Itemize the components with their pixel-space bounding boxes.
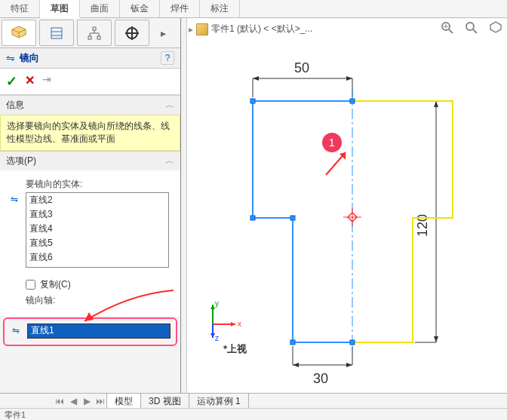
sketch-origin-icon [343, 208, 361, 226]
axis-highlight: ⇋ [3, 317, 177, 346]
mirror-icon: ⇋ [6, 52, 15, 64]
section-options: 选项(P) ︿ 要镜向的实体: ⇋ 直线2 直线3 直线4 直线5 直线6 复制… [0, 151, 180, 349]
sketch-points [250, 99, 355, 345]
copy-checkbox[interactable] [26, 280, 35, 290]
svg-rect-34 [350, 99, 355, 103]
svg-rect-4 [88, 36, 91, 39]
svg-text:y: y [215, 299, 219, 308]
list-icon [49, 26, 64, 41]
list-item[interactable]: 直线2 [26, 193, 168, 207]
svg-rect-33 [250, 99, 255, 103]
document-tabs: ⏮ ◀ ▶ ⏭ 模型 3D 视图 运动算例 1 [0, 393, 507, 408]
tree-tab-feature[interactable] [2, 20, 36, 46]
status-text: 零件1 [5, 410, 26, 419]
hierarchy-icon [87, 26, 102, 41]
svg-text:30: 30 [313, 371, 328, 386]
svg-marker-16 [253, 76, 259, 81]
copy-label: 复制(C) [40, 278, 71, 291]
dimension-right[interactable]: 120 [415, 101, 438, 342]
help-button[interactable]: ? [161, 51, 174, 65]
axis-input[interactable] [27, 323, 171, 339]
tab-nav-next[interactable]: ▶ [80, 396, 94, 406]
svg-marker-28 [293, 363, 299, 367]
pm-title: 镜向 [20, 51, 39, 65]
list-item[interactable]: 直线5 [26, 236, 168, 250]
property-manager-panel: ▸ ⇋ 镜向 ? ✓ ✕ ⇥ 信息 ︿ 选择要镜向的实体及镜向所绕的线条、线性模… [0, 18, 181, 398]
doc-tab-motion[interactable]: 运动算例 1 [189, 393, 249, 409]
doc-tab-model[interactable]: 模型 [106, 393, 141, 409]
list-item[interactable]: 直线6 [26, 250, 168, 265]
tab-sheetmetal[interactable]: 钣金 [120, 0, 160, 17]
tab-surface[interactable]: 曲面 [80, 0, 120, 17]
annotation-badge: 1 [322, 133, 342, 152]
tab-features[interactable]: 特征 [0, 0, 40, 17]
section-info-header[interactable]: 信息 ︿ [0, 96, 180, 115]
svg-rect-37 [290, 340, 295, 345]
svg-rect-0 [51, 28, 62, 38]
dimension-top[interactable]: 50 [253, 60, 352, 97]
mirror-axis-icon: ⇋ [12, 325, 20, 336]
command-manager-tabs: 特征 草图 曲面 钣金 焊件 标注 [0, 0, 507, 18]
svg-rect-35 [250, 216, 255, 220]
tab-annotation[interactable]: 标注 [200, 0, 240, 17]
cube-icon [9, 24, 29, 42]
doc-tab-3dview[interactable]: 3D 视图 [140, 393, 189, 409]
status-bar: 零件1 [0, 408, 507, 420]
feature-tree-tabs: ▸ [0, 18, 180, 48]
svg-text:z: z [215, 334, 219, 342]
list-item[interactable]: 直线3 [26, 207, 168, 222]
svg-marker-22 [434, 101, 438, 107]
axis-label: 镜向轴: [26, 294, 173, 307]
svg-marker-46 [231, 322, 235, 326]
entities-listbox[interactable]: 直线2 直线3 直线4 直线5 直线6 [26, 192, 169, 268]
svg-text:1: 1 [329, 136, 335, 149]
svg-marker-17 [346, 76, 352, 81]
tree-tab-config[interactable] [77, 20, 112, 46]
chevron-right-icon: ▸ [161, 27, 166, 39]
annotation-arrow [326, 152, 346, 175]
orientation-triad[interactable]: x y z [202, 299, 247, 344]
mirror-entities-icon: ⇋ [11, 194, 18, 204]
svg-marker-23 [434, 336, 438, 342]
list-item[interactable]: 直线4 [26, 222, 168, 236]
pm-ok-button[interactable]: ✓ [6, 73, 17, 90]
tab-nav-first[interactable]: ⏮ [53, 396, 66, 406]
chevron-up-icon: ︿ [165, 155, 174, 167]
tree-tab-more[interactable]: ▸ [152, 20, 174, 46]
tree-tab-dimxpert[interactable] [115, 20, 149, 46]
pm-action-bar: ✓ ✕ ⇥ [0, 69, 180, 95]
section-options-header[interactable]: 选项(P) ︿ [0, 152, 180, 170]
pm-pin-button[interactable]: ⇥ [42, 73, 51, 90]
tab-weldment[interactable]: 焊件 [160, 0, 200, 17]
entities-label: 要镜向的实体: [26, 178, 173, 191]
svg-rect-38 [350, 340, 355, 345]
tab-sketch[interactable]: 草图 [40, 0, 80, 18]
target-icon [124, 26, 140, 41]
section-options-title: 选项(P) [6, 155, 36, 167]
svg-text:x: x [238, 320, 241, 328]
section-info-title: 信息 [6, 99, 24, 112]
svg-rect-3 [93, 27, 96, 30]
dimension-bottom[interactable]: 30 [293, 346, 352, 386]
chevron-up-icon: ︿ [165, 99, 174, 112]
svg-text:50: 50 [294, 60, 309, 75]
info-message: 选择要镜向的实体及镜向所绕的线条、线性模型边线、基准面或平面 [0, 115, 180, 151]
tab-nav-last[interactable]: ⏭ [94, 396, 107, 406]
svg-rect-5 [97, 36, 100, 39]
mirror-preview [352, 101, 453, 342]
tree-tab-property[interactable] [39, 20, 74, 46]
svg-rect-36 [290, 216, 295, 220]
tab-nav-prev[interactable]: ◀ [66, 396, 80, 406]
svg-marker-29 [346, 363, 352, 367]
pm-cancel-button[interactable]: ✕ [25, 73, 35, 90]
pm-header: ⇋ 镜向 ? [0, 48, 180, 69]
graphics-area[interactable]: ▸ 零件1 (默认) < <默认>_... 50 120 [181, 18, 507, 398]
view-name-label: *上视 [223, 342, 247, 356]
section-info: 信息 ︿ 选择要镜向的实体及镜向所绕的线条、线性模型边线、基准面或平面 [0, 95, 180, 151]
